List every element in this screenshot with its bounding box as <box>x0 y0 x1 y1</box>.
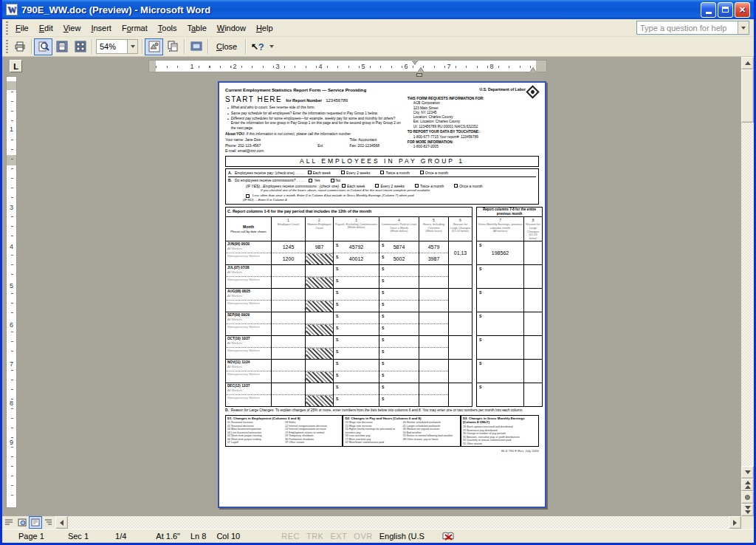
status-mode-rec[interactable]: REC <box>281 532 300 541</box>
toolbar-options-button[interactable] <box>269 45 274 48</box>
commissions-checkbox <box>309 179 312 182</box>
zoom-dropdown-arrow[interactable] <box>127 40 137 53</box>
data-cell-non-col1 <box>272 324 306 336</box>
about-you-line: About YOU: If this information is not co… <box>225 132 403 137</box>
toolbar-grip-handle[interactable] <box>5 40 9 53</box>
status-mode-trk[interactable]: TRK <box>306 532 324 541</box>
data-cell-non-col3: $ <box>334 395 379 407</box>
column-header-1: 1Employee Count <box>272 216 306 241</box>
print-button[interactable] <box>10 38 29 55</box>
status-mode-ext[interactable]: EXT <box>330 532 347 541</box>
word-app-icon[interactable]: W <box>6 4 18 16</box>
document-page[interactable]: Current Employment Statistics Report For… <box>218 81 546 508</box>
menu-table[interactable]: Table <box>182 21 211 35</box>
print-layout-view-button[interactable] <box>29 516 42 529</box>
window-title: 790E_WW.doc (Preview) - Microsoft Word <box>21 4 701 16</box>
menu-view[interactable]: View <box>58 21 86 35</box>
data-cell-all-col5 <box>419 289 449 301</box>
menu-format[interactable]: Format <box>117 21 153 35</box>
gross-earnings-cell: $198562 <box>477 241 524 265</box>
minimize-button[interactable] <box>701 2 716 18</box>
reason-col8-cell <box>524 241 543 265</box>
help-question-input[interactable]: Type a question for help <box>636 21 749 35</box>
outline-view-button[interactable] <box>42 516 55 529</box>
help-question-dropdown[interactable] <box>738 21 749 34</box>
status-mode-ovr[interactable]: OVR <box>354 532 372 541</box>
vertical-scroll-thumb[interactable] <box>741 69 754 123</box>
web-layout-view-button[interactable] <box>16 516 29 529</box>
menu-file[interactable]: File <box>10 21 34 35</box>
scroll-down-button[interactable] <box>741 466 754 479</box>
left-indent-marker[interactable] <box>416 73 422 77</box>
sections-a-b: A. Employees receive pay: (check one) . … <box>225 168 539 205</box>
shrink-to-fit-button[interactable] <box>163 38 182 55</box>
help-pointer-icon: ↖ <box>251 41 258 52</box>
close-preview-button[interactable]: Close <box>210 39 243 54</box>
status-line: Ln 8 <box>190 532 206 541</box>
data-cell-non-col1 <box>272 395 306 407</box>
scroll-left-button[interactable] <box>55 516 68 529</box>
data-cell-non-col3: $ <box>334 348 379 360</box>
tab-stop-selector[interactable]: L <box>10 60 22 72</box>
data-cell-non-col1 <box>272 348 306 360</box>
data-cell-non-col4: $5002 <box>379 253 419 265</box>
full-screen-button[interactable] <box>187 38 205 55</box>
data-cell-all-col5 <box>419 336 449 348</box>
spelling-status-icon[interactable] <box>442 532 454 541</box>
first-line-indent-marker[interactable] <box>412 60 418 64</box>
previous-page-button[interactable] <box>741 479 754 491</box>
menu-insert[interactable]: Insert <box>86 21 117 35</box>
data-cell-all-col4: $ <box>379 312 419 324</box>
scroll-up-button[interactable] <box>741 57 754 69</box>
scroll-right-button[interactable] <box>729 516 741 529</box>
one-page-icon <box>56 41 68 52</box>
reason-col6-cell: 01,13 <box>449 241 472 265</box>
less-often-checkbox <box>246 194 250 198</box>
menu-tools[interactable]: Tools <box>153 21 182 35</box>
zoom-dropdown[interactable]: 54% <box>96 39 138 54</box>
menu-edit[interactable]: Edit <box>34 21 58 35</box>
close-window-button[interactable]: ✕ <box>735 2 750 18</box>
report-number-value: 123456789 <box>326 98 348 104</box>
full-screen-icon <box>190 41 202 52</box>
section-b-if-yes-note: If you checked one of the boxes above, r… <box>261 188 536 193</box>
menu-window[interactable]: Window <box>212 21 251 35</box>
data-cell-all-col4: $ <box>379 360 419 371</box>
data-cell-all-col3: $ <box>334 312 379 324</box>
select-browse-object-button[interactable] <box>741 491 754 504</box>
view-ruler-button[interactable] <box>145 38 163 55</box>
reason-box-d1: D1. Changes in Employment (Columns 6 and… <box>225 415 343 447</box>
gross-earnings-cell: $ <box>477 312 524 336</box>
pay-frequency-option-every-2-weeks: Every 2 weeks <box>341 171 371 176</box>
next-page-button[interactable] <box>741 504 754 516</box>
data-cell-non-col5 <box>419 395 449 407</box>
reason-col6-cell <box>449 383 472 407</box>
one-page-button[interactable] <box>52 38 71 55</box>
reason-col8-cell <box>524 360 543 383</box>
menu-help[interactable]: Help <box>251 21 278 35</box>
data-cell-all-col1 <box>272 312 306 324</box>
vruler-number-6: 6 <box>7 321 16 329</box>
data-cell-all-col5 <box>419 383 449 395</box>
menubar-grip-handle[interactable] <box>5 21 9 35</box>
vruler-number-3: 3 <box>7 204 16 212</box>
gross-earnings-cell: $ <box>477 360 524 383</box>
magnifier-button[interactable] <box>34 38 52 55</box>
restore-button[interactable] <box>718 2 733 18</box>
multiple-pages-button[interactable] <box>71 38 89 55</box>
help-button[interactable]: ↖? <box>248 38 267 55</box>
month-cell-nonsupervisory: Nonsupervisory Workers <box>226 277 272 289</box>
month-cell: OCT(10) 10/27All Workers <box>226 336 272 348</box>
data-cell-non-col4: $ <box>379 395 419 407</box>
table-row: JUL(07) 07/28All Workers$$$ <box>226 265 543 277</box>
normal-view-button[interactable] <box>2 516 16 529</box>
hanging-indent-marker[interactable] <box>418 68 424 72</box>
table-row: JUN(06) 06/30All Workers1245987$45792$58… <box>226 241 543 253</box>
vertical-scroll-track[interactable] <box>741 69 754 466</box>
gross-earnings-cell: $ <box>477 265 524 289</box>
right-indent-marker[interactable] <box>530 68 536 72</box>
horizontal-scroll-track[interactable] <box>68 516 729 529</box>
month-cell: DEC(12) 12/27All Workers <box>226 383 272 395</box>
section-d-text: D. Reason for Large Changes: To explain … <box>225 408 539 413</box>
data-cell-all-col1 <box>272 289 306 301</box>
